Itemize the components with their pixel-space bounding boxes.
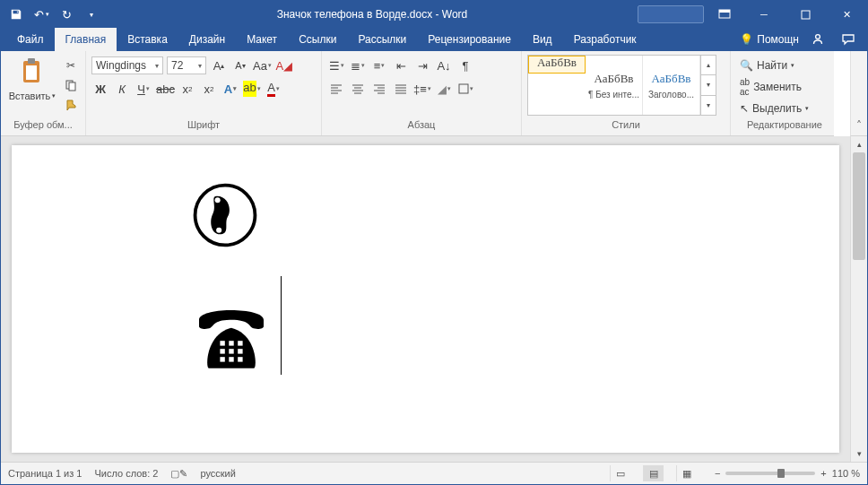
svg-point-11 [215,197,221,203]
scroll-thumb[interactable] [853,152,865,260]
spellcheck-icon[interactable]: ▢✎ [170,468,187,480]
group-styles: АаБбВв ¶ Обычный АаБбВв ¶ Без инте... Аа… [522,51,731,135]
align-center-button[interactable] [349,80,367,98]
tab-references[interactable]: Ссылки [288,28,347,51]
tab-developer[interactable]: Разработчик [563,28,647,51]
web-layout-button[interactable]: ▦ [676,465,697,481]
tab-file[interactable]: Файл [6,28,55,51]
style-normal[interactable]: АаБбВв ¶ Обычный [528,56,586,74]
paste-label[interactable]: Вставить▾ [9,91,56,101]
redo-button[interactable]: ↻ [55,3,78,26]
paste-button[interactable] [16,55,48,89]
zoom-out-button[interactable]: − [715,468,720,479]
replace-button[interactable]: abacЗаменить [736,78,812,96]
group-label-clipboard: Буфер обм... [6,119,80,135]
decrease-indent-button[interactable]: ⇤ [392,56,410,74]
svg-rect-1 [719,10,730,13]
grow-font-button[interactable]: A▴ [210,56,228,74]
font-color-button[interactable]: A▾ [265,80,282,98]
show-marks-button[interactable]: ¶ [456,56,474,74]
numbering-button[interactable]: ≣▾ [349,56,367,74]
svg-point-12 [216,228,221,233]
clear-formatting-button[interactable]: A◢ [275,56,293,74]
vertical-scrollbar[interactable]: ▴ ▾ [850,136,867,462]
gallery-down-button[interactable]: ▾ [701,74,716,94]
styles-gallery[interactable]: АаБбВв ¶ Обычный АаБбВв ¶ Без инте... Аа… [527,55,716,116]
language-indicator[interactable]: русский [200,468,235,479]
font-size-combo[interactable]: 72▾ [167,56,206,74]
group-label-styles: Стили [527,119,725,135]
ribbon-display-options-button[interactable] [709,1,740,28]
align-left-button[interactable] [327,80,345,98]
minimize-button[interactable]: ─ [743,1,785,28]
word-count[interactable]: Число слов: 2 [94,468,158,479]
subscript-button[interactable]: x2 [178,80,196,98]
tell-me-label: Помощн [757,33,799,46]
zoom-in-button[interactable]: + [820,468,826,479]
qat-customize-button[interactable]: ▾ [80,3,103,26]
account-area [638,1,740,28]
font-name-combo[interactable]: Wingdings▾ [91,56,163,74]
comments-button[interactable] [837,28,860,51]
undo-button[interactable]: ↶▾ [30,3,53,26]
svg-rect-6 [26,65,37,80]
text-effects-button[interactable]: A▾ [221,80,239,98]
close-button[interactable]: ✕ [826,1,867,28]
zoom-level[interactable]: 110 % [832,468,860,479]
svg-rect-15 [238,341,242,345]
style-no-spacing[interactable]: АаБбВв ¶ Без инте... [586,56,643,115]
maximize-button[interactable] [785,1,826,28]
tab-review[interactable]: Рецензирование [417,28,522,51]
bullets-button[interactable]: ☰▾ [327,56,345,74]
scroll-up-button[interactable]: ▴ [851,136,867,152]
tab-mailings[interactable]: Рассылки [347,28,417,51]
borders-button[interactable]: ▾ [456,80,474,98]
svg-rect-18 [238,349,242,353]
page-indicator[interactable]: Страница 1 из 1 [8,468,82,479]
strikethrough-button[interactable]: abc [156,80,175,98]
increase-indent-button[interactable]: ⇥ [413,56,431,74]
user-account-button[interactable] [638,5,704,23]
tell-me-button[interactable]: 💡Помощн [740,28,799,51]
highlight-button[interactable]: ab▾ [243,80,261,98]
document-title: Значок телефона в Ворде.docx - Word [107,8,638,21]
collapse-ribbon-button[interactable]: ˄ [850,51,867,136]
scroll-track[interactable] [851,152,867,446]
find-button[interactable]: 🔍Найти▾ [736,56,812,74]
italic-button[interactable]: К [113,80,131,98]
tab-layout[interactable]: Макет [236,28,288,51]
tab-home[interactable]: Главная [55,28,117,51]
document-page[interactable] [12,145,839,453]
shrink-font-button[interactable]: A▾ [231,56,249,74]
scroll-down-button[interactable]: ▾ [851,446,867,462]
justify-button[interactable] [392,80,410,98]
tab-design[interactable]: Дизайн [178,28,236,51]
align-right-button[interactable] [370,80,388,98]
zoom-slider-thumb[interactable] [777,469,785,478]
zoom-slider[interactable] [725,472,815,475]
tab-view[interactable]: Вид [522,28,563,51]
format-painter-button[interactable] [62,96,80,114]
superscript-button[interactable]: x2 [200,80,218,98]
underline-button[interactable]: Ч▾ [135,80,152,98]
svg-rect-2 [802,11,810,19]
gallery-more-button[interactable]: ▾ [701,95,716,115]
ribbon-tabs: Файл Главная Вставка Дизайн Макет Ссылки… [1,28,867,51]
gallery-up-button[interactable]: ▴ [701,56,716,74]
multilevel-list-button[interactable]: ≡▾ [370,56,388,74]
select-button[interactable]: ↖Выделить▾ [736,100,812,117]
bold-button[interactable]: Ж [91,80,109,98]
read-mode-button[interactable]: ▭ [610,465,630,481]
cut-button[interactable]: ✂ [62,56,80,74]
share-button[interactable] [806,28,829,51]
copy-button[interactable] [62,76,80,94]
svg-rect-13 [220,341,224,345]
change-case-button[interactable]: Aa▾ [253,56,272,74]
style-heading1[interactable]: АаБбВв Заголово... [643,56,700,115]
save-button[interactable] [4,3,28,26]
sort-button[interactable]: A↓ [435,56,453,74]
print-layout-button[interactable]: ▤ [643,465,664,481]
shading-button[interactable]: ◢▾ [435,80,453,98]
line-spacing-button[interactable]: ‡≡▾ [413,80,431,98]
tab-insert[interactable]: Вставка [117,28,178,51]
